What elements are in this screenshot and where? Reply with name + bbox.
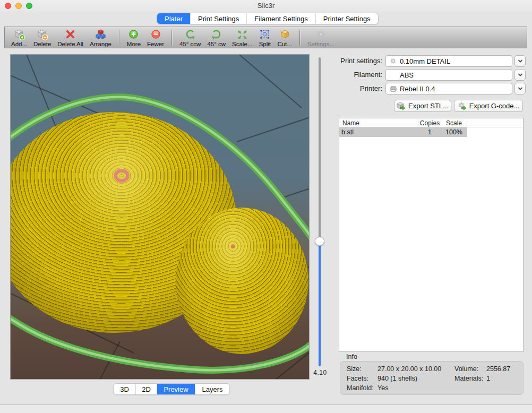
rotate-ccw-label: 45° ccw — [179, 41, 201, 48]
rotate-cw-label: 45° cw — [207, 41, 226, 48]
view-tab-2d[interactable]: 2D — [136, 384, 157, 394]
split-button[interactable]: Split — [255, 28, 274, 48]
printer-dropdown-button[interactable] — [514, 83, 526, 94]
delete-all-label: Delete All — [57, 41, 83, 48]
column-divider — [467, 119, 467, 126]
cut-label: Cut... — [277, 41, 291, 48]
layer-slider-track-filled[interactable] — [319, 242, 321, 366]
export-stl-button[interactable]: Export STL... — [394, 100, 451, 112]
cut-icon — [279, 29, 291, 41]
scale-icon — [236, 29, 248, 41]
delete-all-icon — [64, 29, 76, 41]
export-gcode-button[interactable]: Export G-code... — [454, 100, 523, 112]
title-bar: Slic3r — [0, 0, 532, 12]
rotate-ccw-icon — [184, 29, 196, 41]
export-gcode-icon — [458, 101, 467, 110]
fewer-button[interactable]: Fewer — [144, 28, 167, 48]
info-facets-label: Facets: — [347, 375, 368, 382]
gear-icon — [389, 57, 397, 65]
layer-slider-track[interactable] — [319, 57, 321, 238]
print-settings-value: 0.10mm DETAIL — [400, 57, 450, 65]
delete-label: Delete — [33, 41, 51, 48]
view-tab-3d[interactable]: 3D — [114, 384, 136, 394]
window-title: Slic3r — [0, 2, 532, 10]
column-header-scale[interactable]: Scale — [441, 119, 467, 127]
object-row-bstl[interactable]: b.stl 1 100% — [339, 127, 467, 137]
preview-3d-canvas[interactable] — [10, 54, 310, 380]
printer-label: Printer: — [329, 84, 382, 92]
add-part-icon — [13, 29, 25, 41]
delete-button[interactable]: Delete — [30, 28, 54, 48]
settings-button[interactable]: Settings... — [304, 28, 338, 48]
fewer-label: Fewer — [147, 41, 164, 48]
info-volume-label: Volume: — [454, 365, 478, 373]
settings-icon — [315, 29, 327, 41]
rotate-cw-button[interactable]: 45° cw — [204, 28, 229, 48]
info-size-label: Size: — [347, 365, 362, 373]
chevron-down-icon — [517, 57, 524, 65]
filament-dropdown-button[interactable] — [514, 69, 526, 81]
column-header-copies[interactable]: Copies — [418, 119, 441, 127]
view-tab-layers[interactable]: Layers — [195, 384, 229, 394]
info-manifold-value: Yes — [377, 384, 388, 392]
object-name-cell: b.stl — [341, 128, 354, 136]
printer-combo[interactable]: Rebel II 0.4 — [385, 83, 512, 94]
add-button[interactable]: Add... — [8, 28, 30, 48]
object-list-table[interactable]: Name Copies Scale b.stl 1 100% — [339, 118, 524, 352]
cut-button[interactable]: Cut... — [274, 28, 295, 48]
plater-toolbar: Add... Delete Delete All — [4, 27, 527, 48]
chevron-down-icon — [517, 71, 524, 79]
layer-slider-thumb[interactable] — [315, 237, 324, 246]
info-panel: Size: 27.00 x 20.00 x 10.00 Volume: 2556… — [340, 361, 524, 395]
column-header-name[interactable]: Name — [342, 119, 359, 127]
view-mode-tabs: 3D 2D Preview Layers — [113, 383, 230, 395]
info-section-title: Info — [346, 353, 357, 360]
slic3r-window: Slic3r Plater Print Settings Filament Se… — [0, 0, 532, 413]
toolbar-separator — [171, 30, 172, 46]
fewer-icon — [150, 29, 162, 41]
printer-icon — [389, 85, 397, 93]
split-label: Split — [259, 41, 271, 48]
tab-plater[interactable]: Plater — [157, 13, 191, 24]
arrange-icon — [95, 29, 107, 41]
object-table-header[interactable]: Name Copies Scale — [339, 118, 523, 127]
info-manifold-label: Manifold: — [347, 384, 374, 392]
delete-all-button[interactable]: Delete All — [54, 28, 87, 48]
filament-combo[interactable]: ABS — [385, 69, 512, 81]
printer-value: Rebel II 0.4 — [400, 85, 435, 93]
add-label: Add... — [11, 41, 27, 48]
main-tab-bar: Plater Print Settings Filament Settings … — [157, 13, 379, 24]
print-settings-dropdown-button[interactable] — [514, 55, 526, 67]
info-materials-label: Materials: — [454, 375, 483, 382]
settings-label: Settings... — [307, 41, 334, 48]
layer-slider-value: 4.10 — [310, 369, 330, 376]
tab-print-settings[interactable]: Print Settings — [191, 13, 247, 24]
tab-filament-settings[interactable]: Filament Settings — [247, 13, 315, 24]
filament-value: ABS — [389, 71, 414, 79]
view-tab-preview[interactable]: Preview — [157, 384, 195, 394]
object-copies-cell: 1 — [418, 128, 441, 136]
delete-part-icon — [36, 29, 48, 41]
status-strip — [0, 405, 532, 413]
export-stl-label: Export STL... — [408, 102, 449, 110]
tab-printer-settings[interactable]: Printer Settings — [316, 13, 378, 24]
info-facets-value: 940 (1 shells) — [377, 375, 417, 382]
more-label: More — [127, 41, 141, 48]
filament-label: Filament: — [329, 71, 382, 79]
rotate-cw-icon — [210, 29, 222, 41]
toolbar-separator — [119, 30, 119, 46]
more-icon — [127, 29, 140, 41]
export-stl-icon — [397, 101, 406, 110]
rotate-ccw-button[interactable]: 45° ccw — [176, 28, 204, 48]
arrange-button[interactable]: Arrange — [87, 28, 115, 48]
print-settings-combo[interactable]: 0.10mm DETAIL — [385, 55, 512, 67]
object-scale-cell: 100% — [441, 128, 467, 136]
print-settings-label: Print settings: — [329, 57, 382, 65]
chevron-down-icon — [517, 85, 524, 92]
info-volume-value: 2556.87 — [486, 365, 510, 373]
more-button[interactable]: More — [124, 28, 144, 48]
skirt-loop-path — [11, 55, 310, 380]
scale-label: Scale... — [232, 41, 252, 48]
scale-button[interactable]: Scale... — [229, 28, 255, 48]
info-materials-value: 1 — [486, 375, 490, 382]
